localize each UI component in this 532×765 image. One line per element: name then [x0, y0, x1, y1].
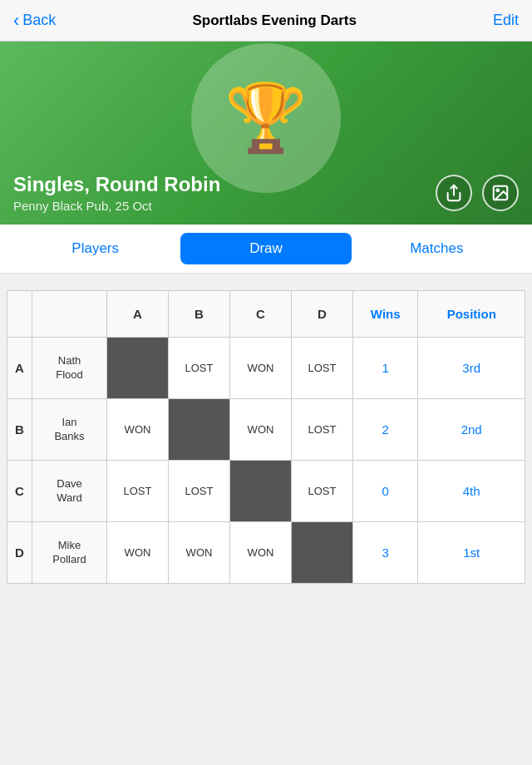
- row-name-d: MikePollard: [32, 522, 107, 584]
- cell-a-3: LOST: [292, 338, 353, 399]
- col-b-header: B: [169, 291, 230, 338]
- page-title: Sportlabs Evening Darts: [192, 12, 356, 29]
- col-a-header: A: [107, 291, 169, 338]
- draw-content: A B C D Wins Position ANathFloodLOSTWONL…: [0, 274, 532, 764]
- cell-c-3: LOST: [292, 461, 353, 522]
- row-letter-a: A: [7, 338, 32, 399]
- draw-row-d: DMikePollardWONWONWON31st: [7, 522, 525, 584]
- position-a: 3rd: [418, 338, 525, 399]
- cell-b-3: LOST: [292, 399, 353, 461]
- row-name-b: IanBanks: [32, 399, 107, 461]
- draw-table: A B C D Wins Position ANathFloodLOSTWONL…: [7, 290, 525, 584]
- cell-d-3: [292, 522, 353, 584]
- wins-d: 3: [353, 522, 418, 584]
- nav-bar: ‹ Back Sportlabs Evening Darts Edit: [0, 0, 532, 42]
- cell-d-2: WON: [230, 522, 292, 584]
- draw-row-c: CDaveWardLOSTLOSTLOST04th: [7, 461, 525, 522]
- event-subtitle: Penny Black Pub, 25 Oct: [13, 199, 519, 213]
- wins-b: 2: [353, 399, 418, 461]
- col-position-header: Position: [418, 291, 525, 338]
- position-c: 4th: [418, 461, 525, 522]
- row-letter-b: B: [7, 399, 32, 461]
- col-d-header: D: [292, 291, 353, 338]
- tab-players[interactable]: Players: [10, 233, 180, 264]
- tab-bar: Players Draw Matches: [0, 225, 532, 274]
- cell-b-0: WON: [107, 399, 169, 461]
- event-title: Singles, Round Robin: [13, 173, 519, 196]
- row-letter-d: D: [7, 522, 32, 584]
- col-c-header: C: [230, 291, 292, 338]
- draw-table-wrap: A B C D Wins Position ANathFloodLOSTWONL…: [7, 290, 525, 584]
- corner-cell: [7, 291, 32, 338]
- row-name-a: NathFlood: [32, 338, 107, 399]
- name-col-header: [32, 291, 107, 338]
- cell-a-0: [107, 338, 169, 399]
- position-d: 1st: [418, 522, 525, 584]
- hero-banner: 🏆 Singles, Round Robin Penny Black Pub, …: [0, 42, 532, 225]
- draw-row-b: BIanBanksWONWONLOST22nd: [7, 399, 525, 461]
- position-b: 2nd: [418, 399, 525, 461]
- row-letter-c: C: [7, 461, 32, 522]
- cell-c-0: LOST: [107, 461, 169, 522]
- back-button[interactable]: ‹ Back: [13, 10, 56, 32]
- cell-c-2: [230, 461, 292, 522]
- tab-matches[interactable]: Matches: [352, 233, 522, 264]
- cell-d-0: WON: [107, 522, 169, 584]
- back-label: Back: [22, 12, 56, 29]
- cell-a-2: WON: [230, 338, 292, 399]
- wins-c: 0: [353, 461, 418, 522]
- col-wins-header: Wins: [353, 291, 418, 338]
- cell-d-1: WON: [169, 522, 230, 584]
- draw-row-a: ANathFloodLOSTWONLOST13rd: [7, 338, 525, 399]
- chevron-left-icon: ‹: [13, 10, 19, 32]
- wins-a: 1: [353, 338, 418, 399]
- tab-draw[interactable]: Draw: [180, 233, 351, 264]
- row-name-c: DaveWard: [32, 461, 107, 522]
- trophy-icon: 🏆: [224, 85, 308, 151]
- hero-info: Singles, Round Robin Penny Black Pub, 25…: [0, 163, 532, 225]
- cell-b-2: WON: [230, 399, 292, 461]
- cell-b-1: [169, 399, 230, 461]
- cell-a-1: LOST: [169, 338, 230, 399]
- edit-button[interactable]: Edit: [493, 12, 519, 29]
- cell-c-1: LOST: [169, 461, 230, 522]
